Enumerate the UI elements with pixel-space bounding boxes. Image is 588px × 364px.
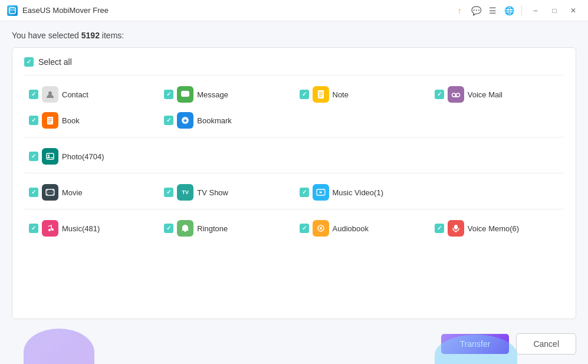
music-label: Music(481) (62, 224, 100, 233)
minimize-btn[interactable]: – (528, 4, 543, 17)
book-checkbox[interactable]: ✓ (29, 116, 38, 125)
voicememo-icon (448, 220, 464, 237)
info-items-grid: ✓ Contact ✓ (24, 84, 564, 110)
svg-point-9 (456, 93, 459, 97)
audiobook-icon (313, 220, 329, 237)
ringtone-icon (177, 220, 193, 237)
list-item: ✓ Voice Memo(6) (435, 220, 564, 237)
svg-point-8 (452, 93, 455, 97)
select-all-checkbox[interactable]: ✓ (24, 57, 34, 67)
section-photos: ✓ Photo(4704) (24, 137, 564, 173)
photo-label: Photo(4704) (62, 152, 104, 161)
tvshow-checkbox[interactable]: ✓ (164, 188, 173, 197)
section-audio: ✓ Music(481) ✓ (24, 209, 564, 245)
bookmark-icon: ✦ (177, 112, 193, 129)
select-all-row[interactable]: ✓ Select all (24, 57, 564, 67)
svg-rect-17 (46, 189, 48, 191)
ringtone-label: Ringtone (197, 224, 228, 233)
contact-checkbox[interactable]: ✓ (29, 90, 38, 99)
book-icon (42, 112, 58, 129)
list-item: ✓ Audiobook (300, 220, 429, 237)
selection-count: 5192 (81, 31, 100, 40)
svg-point-27 (320, 227, 322, 229)
svg-text:✦: ✦ (183, 118, 188, 124)
bookmark-checkbox[interactable]: ✓ (164, 116, 173, 125)
list-item: ✓ Ringtone (164, 220, 293, 237)
menu-icon[interactable]: ☰ (486, 4, 499, 17)
musicvideo-label: Music Video(1) (333, 188, 383, 197)
list-item: ✓ Note (300, 86, 429, 103)
note-checkbox[interactable]: ✓ (300, 90, 309, 99)
list-item: ✓ Message (164, 86, 293, 103)
separator (521, 5, 522, 16)
selection-panel: ✓ Select all ✓ Contact (12, 47, 576, 319)
list-item: ✓ Voice Mail (435, 86, 564, 103)
list-item: ✓ Contact (29, 86, 158, 103)
chat-icon[interactable]: 💬 (469, 4, 482, 17)
svg-point-24 (48, 229, 51, 231)
books-grid: ✓ Book ✓ ✦ (24, 110, 564, 136)
app-logo (7, 5, 18, 16)
bookmark-label: Bookmark (197, 116, 232, 125)
voicemail-label: Voice Mail (468, 90, 502, 99)
titlebar-right: ↑ 💬 ☰ 🌐 – □ ✕ (453, 4, 581, 17)
ringtone-checkbox[interactable]: ✓ (164, 224, 173, 233)
svg-rect-14 (47, 153, 54, 159)
note-icon (313, 86, 329, 103)
music-checkbox[interactable]: ✓ (29, 224, 38, 233)
transfer-button[interactable]: Transfer (441, 334, 510, 354)
message-checkbox[interactable]: ✓ (164, 90, 173, 99)
voicemail-checkbox[interactable]: ✓ (435, 90, 444, 99)
list-item: ✓ Music(481) (29, 220, 158, 237)
selection-prefix: You have selected (12, 31, 81, 40)
svg-marker-23 (320, 191, 323, 194)
musicvideo-checkbox[interactable]: ✓ (300, 188, 309, 197)
photos-grid: ✓ Photo(4704) (24, 146, 564, 172)
svg-rect-28 (454, 225, 458, 229)
list-item: ✓ Movie (29, 184, 158, 201)
svg-rect-19 (46, 194, 48, 195)
selection-suffix: items: (100, 31, 124, 40)
list-item: ✓ TV TV Show (164, 184, 293, 201)
movie-icon (42, 184, 58, 201)
svg-rect-20 (52, 194, 54, 195)
voicemail-icon (448, 86, 464, 103)
app-title: EaseUS MobiMover Free (22, 6, 109, 15)
note-label: Note (333, 90, 349, 99)
section-videos: ✓ Movie ✓ (24, 173, 564, 209)
cancel-button[interactable]: Cancel (516, 333, 576, 355)
maximize-btn[interactable]: □ (547, 4, 562, 17)
titlebar: EaseUS MobiMover Free ↑ 💬 ☰ 🌐 – □ ✕ (0, 0, 588, 21)
contact-label: Contact (62, 90, 88, 99)
select-all-label: Select all (38, 57, 72, 67)
music-icon (42, 220, 58, 237)
selection-info: You have selected 5192 items: (12, 31, 576, 40)
movie-checkbox[interactable]: ✓ (29, 188, 38, 197)
voicememo-checkbox[interactable]: ✓ (435, 224, 444, 233)
svg-rect-0 (9, 8, 15, 14)
svg-point-25 (51, 228, 54, 231)
list-item: ✓ Photo(4704) (29, 148, 158, 165)
tvshow-icon: TV (177, 184, 193, 201)
list-item: ✓ Book (29, 112, 158, 129)
book-label: Book (62, 116, 80, 125)
svg-rect-18 (52, 189, 54, 191)
tvshow-label: TV Show (197, 188, 228, 197)
list-item: ✓ Music Video(1) (300, 184, 429, 201)
svg-rect-3 (181, 91, 189, 97)
photo-icon (42, 148, 58, 165)
photo-checkbox[interactable]: ✓ (29, 152, 38, 161)
section-info: ✓ Contact ✓ (24, 75, 564, 137)
check-mark: ✓ (27, 59, 31, 65)
movie-label: Movie (62, 188, 83, 197)
upload-icon[interactable]: ↑ (453, 4, 466, 17)
close-btn[interactable]: ✕ (566, 4, 581, 17)
main-content: You have selected 5192 items: ✓ Select a… (0, 21, 588, 326)
audiobook-checkbox[interactable]: ✓ (300, 224, 309, 233)
voicememo-label: Voice Memo(6) (468, 224, 519, 233)
svg-point-15 (48, 155, 50, 156)
list-item: ✓ ✦ Bookmark (164, 112, 293, 129)
musicvideo-icon (313, 184, 329, 201)
message-icon (177, 86, 193, 103)
globe-icon[interactable]: 🌐 (502, 4, 515, 17)
